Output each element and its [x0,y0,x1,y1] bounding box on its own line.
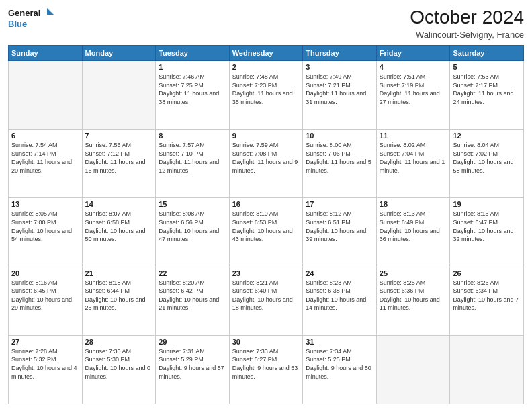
sunrise-text: Sunrise: 8:15 AM [453,210,521,218]
calendar-week-row: 27 Sunrise: 7:28 AM Sunset: 5:32 PM Dayl… [9,335,524,404]
day-info: Sunrise: 7:49 AM Sunset: 7:21 PM Dayligh… [306,73,373,106]
sunset-text: Sunset: 7:19 PM [380,81,447,90]
day-info: Sunrise: 7:31 AM Sunset: 5:29 PM Dayligh… [159,347,226,381]
day-info: Sunrise: 7:53 AM Sunset: 7:17 PM Dayligh… [453,73,521,106]
day-info: Sunrise: 8:10 AM Sunset: 6:53 PM Dayligh… [232,210,300,243]
table-row: 9 Sunrise: 7:59 AM Sunset: 7:08 PM Dayli… [229,130,303,198]
sunrise-text: Sunrise: 7:59 AM [232,141,300,150]
sunrise-text: Sunrise: 8:10 AM [232,210,300,218]
table-row: 24 Sunrise: 8:23 AM Sunset: 6:38 PM Dayl… [303,267,377,335]
sunset-text: Sunset: 6:36 PM [380,287,447,295]
day-info: Sunrise: 8:21 AM Sunset: 6:40 PM Dayligh… [232,279,300,312]
day-number: 19 [453,200,521,208]
day-number: 15 [159,200,226,208]
sunset-text: Sunset: 5:32 PM [11,355,79,364]
day-info: Sunrise: 8:13 AM Sunset: 6:49 PM Dayligh… [380,210,447,243]
table-row: 8 Sunrise: 7:57 AM Sunset: 7:10 PM Dayli… [156,130,230,198]
daylight-text: Daylight: 10 hours and 0 minutes. [85,364,153,381]
day-info: Sunrise: 8:15 AM Sunset: 6:47 PM Dayligh… [453,210,521,243]
sunrise-text: Sunrise: 8:08 AM [159,210,226,218]
daylight-text: Daylight: 11 hours and 16 minutes. [85,158,153,175]
day-number: 9 [232,132,300,140]
daylight-text: Daylight: 9 hours and 53 minutes. [232,364,300,381]
sunset-text: Sunset: 6:53 PM [232,218,300,227]
sunrise-text: Sunrise: 8:23 AM [306,279,373,287]
sunset-text: Sunset: 7:08 PM [232,150,300,158]
table-row [450,335,524,404]
sunrise-text: Sunrise: 8:02 AM [380,141,447,150]
day-info: Sunrise: 8:20 AM Sunset: 6:42 PM Dayligh… [159,279,226,312]
sunrise-text: Sunrise: 8:12 AM [306,210,373,218]
table-row: 18 Sunrise: 8:13 AM Sunset: 6:49 PM Dayl… [376,198,450,267]
location-title: Walincourt-Selvigny, France [410,30,524,40]
daylight-text: Daylight: 10 hours and 18 minutes. [232,295,300,312]
daylight-text: Daylight: 11 hours and 1 minute. [380,158,447,175]
day-info: Sunrise: 7:33 AM Sunset: 5:27 PM Dayligh… [232,347,300,381]
sunset-text: Sunset: 6:38 PM [306,287,373,295]
table-row: 7 Sunrise: 7:56 AM Sunset: 7:12 PM Dayli… [82,130,156,198]
day-info: Sunrise: 7:46 AM Sunset: 7:25 PM Dayligh… [159,73,226,106]
daylight-text: Daylight: 10 hours and 4 minutes. [11,364,79,381]
month-title: October 2024 [410,7,524,28]
sunrise-text: Sunrise: 7:57 AM [159,141,226,150]
sunrise-text: Sunrise: 8:00 AM [306,141,373,150]
sunrise-text: Sunrise: 7:54 AM [11,141,79,150]
sunrise-text: Sunrise: 7:56 AM [85,141,153,150]
table-row: 12 Sunrise: 8:04 AM Sunset: 7:02 PM Dayl… [450,130,524,198]
sunrise-text: Sunrise: 8:21 AM [232,279,300,287]
day-info: Sunrise: 7:59 AM Sunset: 7:08 PM Dayligh… [232,141,300,175]
svg-text:General: General [8,8,40,18]
day-number: 17 [306,200,373,208]
day-info: Sunrise: 8:04 AM Sunset: 7:02 PM Dayligh… [453,141,521,175]
table-row: 22 Sunrise: 8:20 AM Sunset: 6:42 PM Dayl… [156,267,230,335]
table-row: 11 Sunrise: 8:02 AM Sunset: 7:04 PM Dayl… [376,130,450,198]
logo: General Blue [8,7,55,31]
calendar-table: Sunday Monday Tuesday Wednesday Thursday… [8,45,524,404]
table-row: 19 Sunrise: 8:15 AM Sunset: 6:47 PM Dayl… [450,198,524,267]
daylight-text: Daylight: 10 hours and 7 minutes. [453,295,521,312]
sunset-text: Sunset: 7:25 PM [159,81,226,90]
sunrise-text: Sunrise: 7:48 AM [232,73,300,81]
table-row [9,61,83,130]
day-number: 14 [85,200,153,208]
day-number: 1 [159,63,226,71]
table-row: 29 Sunrise: 7:31 AM Sunset: 5:29 PM Dayl… [156,335,230,404]
day-number: 4 [380,63,447,71]
header-wednesday: Wednesday [229,46,303,61]
sunset-text: Sunset: 7:06 PM [306,150,373,158]
day-number: 6 [11,132,79,140]
day-number: 22 [159,269,226,277]
daylight-text: Daylight: 11 hours and 35 minutes. [232,89,300,106]
sunrise-text: Sunrise: 8:13 AM [380,210,447,218]
table-row: 26 Sunrise: 8:26 AM Sunset: 6:34 PM Dayl… [450,267,524,335]
table-row: 4 Sunrise: 7:51 AM Sunset: 7:19 PM Dayli… [376,61,450,130]
day-number: 7 [85,132,153,140]
sunset-text: Sunset: 6:42 PM [159,287,226,295]
day-number: 20 [11,269,79,277]
table-row: 30 Sunrise: 7:33 AM Sunset: 5:27 PM Dayl… [229,335,303,404]
day-info: Sunrise: 7:34 AM Sunset: 5:25 PM Dayligh… [306,347,373,381]
day-number: 29 [159,338,226,346]
sunset-text: Sunset: 7:17 PM [453,81,521,90]
sunset-text: Sunset: 5:30 PM [85,355,153,364]
daylight-text: Daylight: 10 hours and 32 minutes. [453,227,521,244]
sunrise-text: Sunrise: 7:30 AM [85,347,153,356]
daylight-text: Daylight: 10 hours and 21 minutes. [159,295,226,312]
sunset-text: Sunset: 6:47 PM [453,218,521,227]
sunset-text: Sunset: 7:12 PM [85,150,153,158]
calendar-header-row: Sunday Monday Tuesday Wednesday Thursday… [9,46,524,61]
sunset-text: Sunset: 7:21 PM [306,81,373,90]
day-info: Sunrise: 8:02 AM Sunset: 7:04 PM Dayligh… [380,141,447,175]
table-row: 23 Sunrise: 8:21 AM Sunset: 6:40 PM Dayl… [229,267,303,335]
logo-icon: General Blue [8,7,55,31]
day-number: 27 [11,338,79,346]
sunset-text: Sunset: 6:56 PM [159,218,226,227]
sunrise-text: Sunrise: 8:07 AM [85,210,153,218]
calendar-week-row: 1 Sunrise: 7:46 AM Sunset: 7:25 PM Dayli… [9,61,524,130]
sunset-text: Sunset: 6:58 PM [85,218,153,227]
day-number: 24 [306,269,373,277]
day-info: Sunrise: 8:00 AM Sunset: 7:06 PM Dayligh… [306,141,373,175]
calendar-week-row: 13 Sunrise: 8:05 AM Sunset: 7:00 PM Dayl… [9,198,524,267]
daylight-text: Daylight: 11 hours and 12 minutes. [159,158,226,175]
sunrise-text: Sunrise: 7:28 AM [11,347,79,356]
